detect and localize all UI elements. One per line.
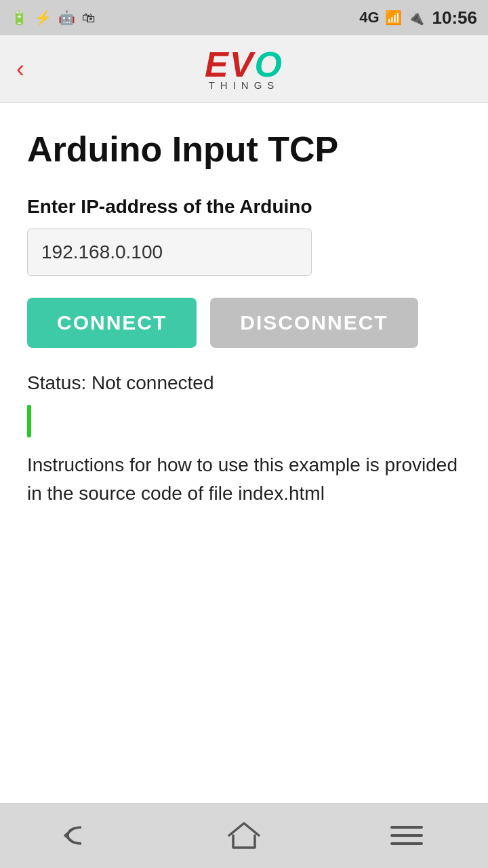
- status-icons: 🔋 ⚡ 🤖 🛍: [11, 9, 96, 26]
- main-content: Arduino Input TCP Enter IP-address of th…: [0, 103, 488, 803]
- logo-text: EVO: [205, 47, 283, 82]
- nav-back-button[interactable]: [54, 815, 108, 856]
- instructions-text: Instructions for how to use this example…: [27, 451, 461, 508]
- ip-address-input[interactable]: [27, 229, 312, 276]
- back-button[interactable]: ‹: [16, 57, 24, 81]
- nav-home-button[interactable]: [217, 815, 271, 856]
- menu-icon: [389, 823, 424, 848]
- usb-icon: ⚡: [35, 9, 52, 26]
- page-title: Arduino Input TCP: [27, 130, 461, 169]
- bottom-nav: [0, 803, 488, 868]
- battery-charging-icon: 🔋: [11, 9, 28, 26]
- logo: EVO THINGS: [205, 47, 283, 91]
- status-text: Status: Not connected: [27, 372, 461, 394]
- green-indicator-bar: [27, 405, 31, 437]
- ip-label: Enter IP-address of the Arduino: [27, 196, 461, 218]
- logo-subtext: THINGS: [209, 79, 280, 91]
- button-row: CONNECT DISCONNECT: [27, 298, 461, 348]
- store-icon: 🛍: [82, 10, 96, 26]
- connect-button[interactable]: CONNECT: [27, 298, 197, 348]
- status-right: 4G 📶 🔌 10:56: [359, 7, 477, 28]
- time-display: 10:56: [432, 7, 478, 28]
- signal-icon: 📶: [385, 9, 402, 26]
- network-label: 4G: [359, 9, 379, 26]
- nav-menu-button[interactable]: [380, 815, 434, 856]
- top-bar: ‹ EVO THINGS: [0, 35, 488, 103]
- back-arrow-icon: [62, 825, 100, 846]
- battery-icon: 🔌: [407, 9, 424, 26]
- android-icon: 🤖: [58, 9, 75, 26]
- disconnect-button[interactable]: DISCONNECT: [210, 298, 418, 348]
- home-icon: [226, 821, 262, 850]
- status-bar: 🔋 ⚡ 🤖 🛍 4G 📶 🔌 10:56: [0, 0, 488, 35]
